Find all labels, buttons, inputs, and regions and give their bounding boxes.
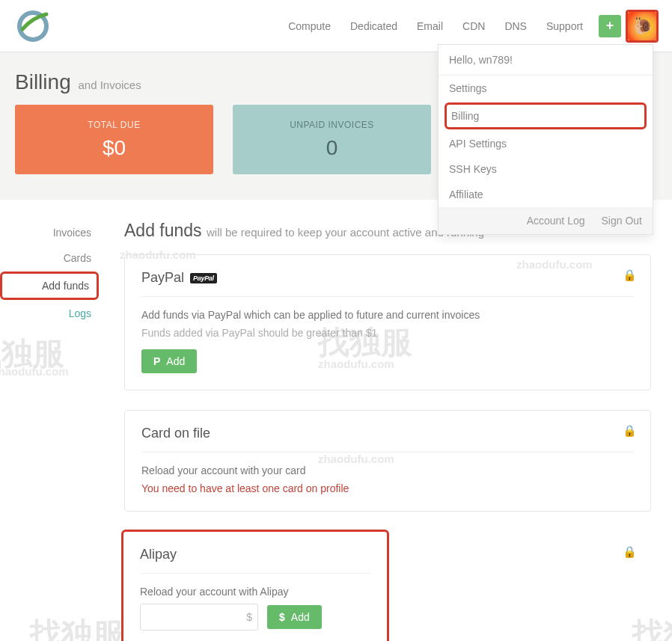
main-nav: Compute Dedicated Email CDN DNS Support …	[278, 10, 659, 43]
nav-cdn[interactable]: CDN	[453, 20, 495, 32]
sidenav-add-funds[interactable]: Add funds	[0, 272, 99, 300]
nav-dedicated[interactable]: Dedicated	[340, 20, 407, 32]
stat-unpaid-label: UNPAID INVOICES	[290, 120, 374, 130]
alipay-amount-field-wrap: $	[140, 604, 258, 631]
lock-icon: 🔒	[623, 269, 637, 282]
dropdown-greeting: Hello, wn789!	[439, 45, 653, 76]
paypal-p-icon: P	[153, 355, 160, 367]
panel-paypal-heading: PayPal	[141, 270, 184, 286]
billing-sidenav: Invoices Cards Add funds Logs	[0, 221, 105, 641]
lock-icon: 🔒	[623, 545, 637, 559]
dropdown-item-settings[interactable]: Settings	[439, 76, 653, 101]
dollar-sign-icon: $	[279, 611, 285, 623]
stat-unpaid-value: 0	[326, 136, 338, 160]
dollar-icon: $	[246, 611, 252, 623]
billing-content: Add funds will be required to keep your …	[124, 221, 651, 641]
nav-email[interactable]: Email	[407, 20, 453, 32]
paypal-add-label: Add	[166, 355, 185, 367]
stat-total-due-value: $0	[103, 136, 126, 160]
billing-main: Invoices Cards Add funds Logs Add funds …	[0, 200, 672, 641]
sidenav-invoices[interactable]: Invoices	[0, 221, 99, 245]
lock-icon: 🔒	[623, 424, 637, 438]
stat-total-due-label: TOTAL DUE	[88, 120, 140, 130]
stat-unpaid-invoices[interactable]: UNPAID INVOICES 0	[233, 105, 431, 174]
page-subtitle: and Invoices	[78, 79, 141, 91]
logo[interactable]	[15, 7, 51, 46]
sidenav-logs[interactable]: Logs	[0, 301, 99, 325]
panel-alipay-heading: Alipay	[140, 547, 177, 562]
page-title-main: Billing	[15, 70, 71, 93]
panel-paypal: 🔒 PayPal PayPal Add funds via PayPal whi…	[124, 254, 651, 390]
panel-card-warn: You need to have at least one card on pr…	[141, 482, 634, 494]
dropdown-item-ssh-keys[interactable]: SSH Keys	[439, 156, 653, 182]
panel-alipay-desc: Reload your account with Alipay	[140, 586, 370, 598]
dropdown-item-billing[interactable]: Billing	[445, 102, 647, 129]
content-title-main: Add funds	[124, 221, 202, 240]
user-dropdown: Hello, wn789! Settings Billing API Setti…	[438, 44, 653, 235]
sidenav-cards[interactable]: Cards	[0, 246, 99, 270]
dropdown-account-log[interactable]: Account Log	[527, 215, 585, 227]
nav-dns[interactable]: DNS	[495, 20, 537, 32]
stat-total-due[interactable]: TOTAL DUE $0	[15, 105, 213, 174]
nav-support[interactable]: Support	[537, 20, 593, 32]
alipay-amount-input[interactable]	[140, 604, 258, 631]
alipay-add-button[interactable]: $ Add	[267, 605, 322, 629]
panel-card-desc: Reload your account with your card	[141, 464, 634, 476]
paypal-badge-icon: PayPal	[190, 273, 217, 283]
panel-card-on-file: 🔒 Card on file Reload your account with …	[124, 410, 651, 512]
dropdown-footer: Account Log Sign Out	[439, 207, 653, 234]
plus-icon: +	[606, 18, 614, 34]
nav-compute[interactable]: Compute	[278, 20, 340, 32]
dropdown-item-affiliate[interactable]: Affiliate	[439, 182, 653, 207]
paypal-add-button[interactable]: P Add	[141, 349, 197, 373]
panel-alipay: 🔒 Alipay Reload your account with Alipay…	[123, 531, 388, 641]
dropdown-item-api-settings[interactable]: API Settings	[439, 131, 653, 156]
user-avatar-icon: 🐌	[628, 12, 656, 40]
panel-paypal-desc: Add funds via PayPal which can be applie…	[141, 309, 634, 321]
panel-paypal-note: Funds added via PayPal should be greater…	[141, 327, 634, 339]
panel-card-heading: Card on file	[141, 426, 210, 441]
user-menu-button[interactable]: 🐌	[626, 10, 659, 43]
alipay-add-label: Add	[291, 611, 310, 623]
add-button[interactable]: +	[599, 15, 621, 37]
dropdown-sign-out[interactable]: Sign Out	[602, 215, 642, 227]
